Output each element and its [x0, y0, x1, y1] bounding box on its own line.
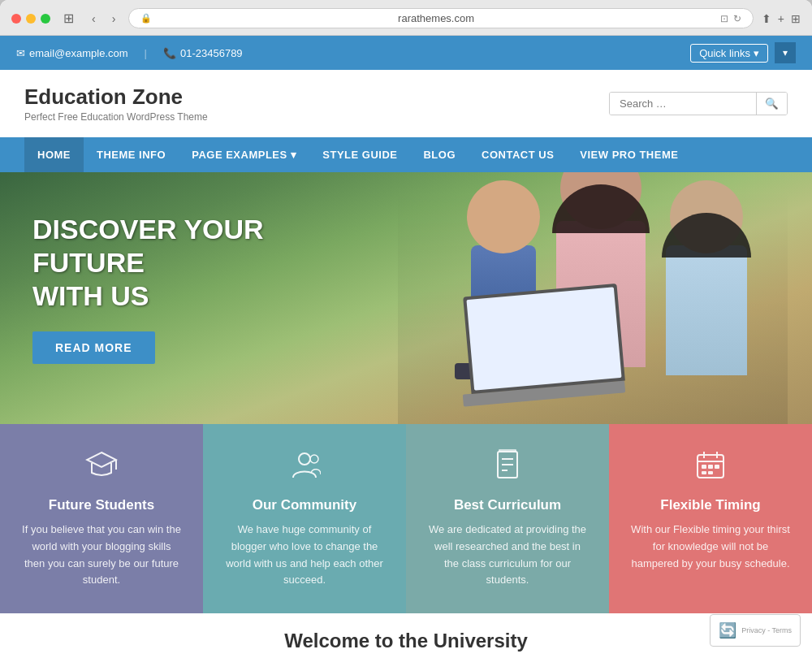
browser-chrome: ⊞ ‹ › 🔒 rarathemes.com ⊡ ↻ ⬆ + ⊞: [0, 0, 812, 36]
site-tagline: Perfect Free Education WordPress Theme: [24, 111, 208, 123]
feature-title-students: Future Students: [20, 497, 183, 513]
browser-actions: ⬆ + ⊞: [762, 12, 801, 25]
hero-content: DISCOVER YOUR FUTURE WITH US READ MORE: [0, 172, 812, 405]
feature-desc-timing: With our Flexible timing your thirst for…: [629, 522, 792, 572]
minimize-dot[interactable]: [26, 14, 36, 24]
share-button[interactable]: ⬆: [762, 12, 771, 25]
top-bar: ✉ email@example.com | 📞 01-23456789 Quic…: [0, 36, 812, 70]
hero-section: DISCOVER YOUR FUTURE WITH US READ MORE: [0, 172, 812, 424]
maximize-dot[interactable]: [41, 14, 50, 24]
top-bar-right: Quick links ▾ ▾: [690, 42, 796, 63]
features-section: Future Students If you believe that you …: [0, 424, 812, 613]
window-controls: [11, 14, 50, 24]
email-item: ✉ email@example.com: [16, 47, 128, 59]
search-form: 🔍: [609, 92, 788, 115]
svg-rect-12: [702, 465, 706, 469]
feature-card-curriculum: Best Curriculum We are dedicated at prov…: [406, 424, 609, 613]
curriculum-icon: [426, 448, 589, 487]
security-icon: 🔒: [140, 13, 152, 24]
svg-point-2: [299, 453, 310, 465]
dropdown-expand-button[interactable]: ▾: [775, 42, 796, 63]
site-header: Education Zone Perfect Free Education Wo…: [0, 70, 812, 137]
quick-links-arrow: ▾: [754, 47, 759, 59]
feature-card-community: Our Community We have huge community of …: [203, 424, 406, 613]
nav-style-guide[interactable]: STYLE GUIDE: [309, 137, 410, 172]
nav-contact[interactable]: CONTACT US: [469, 137, 567, 172]
read-more-button[interactable]: READ MORE: [32, 331, 155, 364]
nav-blog[interactable]: BLOG: [410, 137, 469, 172]
grid-view-button[interactable]: ⊞: [58, 9, 79, 28]
svg-point-3: [310, 455, 318, 463]
nav-theme-info[interactable]: THEME INFO: [84, 137, 179, 172]
feature-desc-curriculum: We are dedicated at providing the well r…: [426, 522, 589, 589]
tabs-button[interactable]: ⊞: [791, 12, 801, 25]
graduation-icon: [20, 448, 183, 487]
email-icon: ✉: [16, 47, 25, 59]
svg-rect-13: [708, 465, 713, 469]
quick-links-label: Quick links: [699, 47, 750, 59]
main-navigation: HOME THEME INFO PAGE EXAMPLES ▾ STYLE GU…: [0, 137, 812, 172]
community-icon: [223, 448, 386, 487]
recaptcha-label: Privacy - Terms: [741, 626, 792, 634]
feature-card-students: Future Students If you believe that you …: [0, 424, 203, 613]
feature-title-curriculum: Best Curriculum: [426, 497, 589, 513]
timing-icon: [629, 448, 792, 487]
close-dot[interactable]: [11, 14, 21, 24]
address-text: rarathemes.com: [157, 12, 715, 24]
browser-nav: ‹ ›: [87, 11, 120, 27]
new-tab-button[interactable]: +: [778, 12, 784, 25]
reader-icon: ⊡: [720, 13, 728, 24]
search-input[interactable]: [610, 93, 756, 115]
svg-rect-15: [702, 471, 706, 474]
top-bar-left: ✉ email@example.com | 📞 01-23456789: [16, 47, 243, 59]
search-button[interactable]: 🔍: [756, 93, 787, 115]
feature-title-community: Our Community: [223, 497, 386, 513]
recaptcha-badge: 🔄 Privacy - Terms: [710, 614, 801, 647]
nav-pro-theme[interactable]: VIEW PRO THEME: [567, 137, 691, 172]
address-bar[interactable]: 🔒 rarathemes.com ⊡ ↻: [128, 8, 753, 28]
back-button[interactable]: ‹: [87, 11, 101, 27]
hero-title: DISCOVER YOUR FUTURE WITH US: [32, 213, 341, 312]
nav-home[interactable]: HOME: [24, 137, 84, 172]
bottom-teaser-text: Welcome to the University: [284, 630, 528, 652]
site-logo: Education Zone Perfect Free Education Wo…: [24, 84, 208, 123]
feature-card-timing: Flexible Timing With our Flexible timing…: [609, 424, 812, 613]
nav-page-examples[interactable]: PAGE EXAMPLES ▾: [179, 137, 309, 172]
email-address: email@example.com: [29, 47, 128, 59]
svg-rect-16: [708, 471, 713, 474]
svg-rect-14: [715, 465, 719, 469]
recaptcha-icon: 🔄: [719, 621, 736, 639]
phone-icon: 📞: [163, 47, 176, 59]
quick-links-button[interactable]: Quick links ▾: [690, 44, 768, 63]
reload-icon[interactable]: ↻: [733, 13, 741, 24]
phone-number: 01-23456789: [180, 47, 243, 59]
phone-item: 📞 01-23456789: [163, 47, 243, 59]
forward-button[interactable]: ›: [107, 11, 121, 27]
site-title: Education Zone: [24, 84, 208, 110]
feature-desc-students: If you believe that you can win the worl…: [20, 522, 183, 589]
feature-desc-community: We have huge community of blogger who lo…: [223, 522, 386, 589]
feature-title-timing: Flexible Timing: [629, 497, 792, 513]
bottom-teaser: Welcome to the University: [0, 613, 812, 658]
